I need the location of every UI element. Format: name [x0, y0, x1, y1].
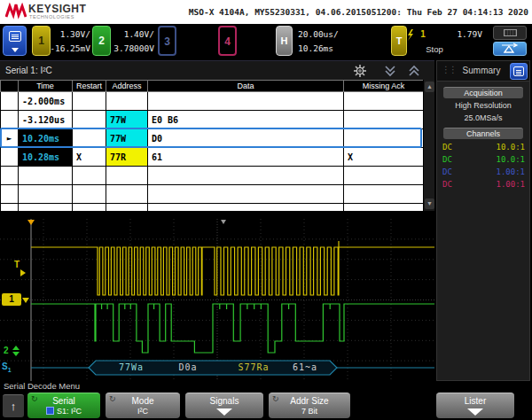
- mode-softkey[interactable]: ↻ Mode I²C: [106, 393, 180, 418]
- restart-column-header: Restart: [73, 81, 106, 92]
- softkey-label: Lister: [436, 396, 514, 406]
- serial-softkey[interactable]: ↻ Serial S1: I²C: [27, 393, 100, 418]
- gear-icon[interactable]: [351, 64, 369, 78]
- oscilloscope-screen: KEYSIGHT TECHNOLOGIES MSO-X 4104A, MY552…: [0, 0, 532, 420]
- scroll-down-icon[interactable]: ▼: [425, 198, 434, 209]
- channel-1-summary: DC 10.0:1: [437, 143, 529, 154]
- table-row-selected[interactable]: ► 10.20ms 77W D0: [1, 129, 424, 148]
- softkey-value: S1: I²C: [57, 407, 82, 416]
- sidebar-menu-button[interactable]: [510, 63, 528, 80]
- trigger-button[interactable]: T: [391, 26, 407, 56]
- softkey-menu-title: Serial Decode Menu: [4, 381, 80, 391]
- channel-1-ground-marker[interactable]: 1: [2, 293, 21, 306]
- coupling-label: DC: [442, 143, 452, 152]
- channel-2-arrow-down-icon: [12, 352, 20, 356]
- row-marker: ►: [1, 129, 19, 148]
- cycle-icon: ↻: [31, 394, 38, 403]
- channel-2-offset: 3.78000V: [108, 42, 154, 56]
- addr-size-softkey[interactable]: ↻ Addr Size 7 Bit: [269, 393, 350, 418]
- summary-tab[interactable]: ⋮⋮ Summary ⋮⋮: [437, 61, 529, 82]
- data-cell: D0: [148, 129, 344, 148]
- scroll-up-icon[interactable]: ▲: [425, 82, 434, 92]
- missing-ack-cell: [344, 111, 424, 129]
- lister-scrollbar[interactable]: ▲ ▼: [423, 80, 434, 211]
- time-reference-marker-icon: [27, 220, 35, 225]
- brand-name: KEYSIGHT: [28, 3, 86, 15]
- cursors-button[interactable]: [493, 42, 527, 56]
- main-menu-button[interactable]: [3, 26, 27, 56]
- serial-bus-marker: S1: [2, 362, 12, 373]
- keysight-logo-icon: [5, 3, 27, 20]
- table-row[interactable]: 10.28ms X 77R 61 X: [1, 148, 424, 167]
- instrument-title: MSO-X 4104A, MY55230331, 04.06.201505120…: [177, 7, 528, 17]
- restart-cell: [73, 111, 106, 129]
- trigger-source: 1: [420, 29, 426, 39]
- probe-ratio: 10.0:1: [496, 155, 525, 164]
- time-cell: 10.20ms: [19, 129, 73, 148]
- channel-1-readout: 1.30V/ -16.25mV: [46, 27, 90, 56]
- submenu-arrow-icon: [216, 408, 232, 416]
- table-row[interactable]: [1, 167, 424, 185]
- trigger-edge-icon: [406, 29, 414, 41]
- row-marker: [1, 148, 19, 167]
- trigger-level: 1.79V: [440, 29, 482, 39]
- channel-2-ground-marker[interactable]: 2: [4, 346, 9, 355]
- address-cell: 77W: [106, 129, 148, 148]
- summary-sidebar: ⋮⋮ Summary ⋮⋮ Acquisition High Resolutio…: [436, 60, 530, 381]
- touch-zone-button[interactable]: [493, 26, 527, 40]
- probe-ratio: 1.00:1: [496, 180, 525, 189]
- channel-4-summary: DC 1.00:1: [437, 180, 529, 191]
- collapse-panel-icon[interactable]: [381, 64, 399, 78]
- serial-panel-title: Serial 1: I²C: [5, 66, 52, 75]
- softkey-label: Serial: [27, 396, 100, 406]
- hamburger-icon: [9, 31, 21, 42]
- channel-2-arrow-up-icon: [12, 346, 20, 350]
- table-row[interactable]: -3.120us 77W E0 B6: [1, 111, 424, 129]
- address-cell: 77R: [106, 148, 148, 167]
- data-cell: 61: [148, 148, 344, 167]
- time-cell: 10.28ms: [19, 148, 73, 167]
- coupling-label: DC: [442, 180, 452, 189]
- top-header: KEYSIGHT TECHNOLOGIES MSO-X 4104A, MY552…: [0, 0, 532, 24]
- table-row[interactable]: [1, 185, 424, 204]
- time-cell: -3.120us: [19, 111, 73, 129]
- missing-ack-cell: [344, 129, 424, 148]
- hamburger-icon: [513, 66, 524, 76]
- channel-4-button[interactable]: 4: [218, 26, 237, 56]
- row-marker: [1, 111, 19, 129]
- coupling-label: DC: [442, 155, 452, 164]
- channel-1-scale: 1.30V/: [46, 27, 90, 42]
- coupling-label: DC: [442, 167, 452, 176]
- signals-softkey[interactable]: Signals: [185, 393, 263, 418]
- brand-subtitle: TECHNOLOGIES: [29, 14, 74, 19]
- channel-3-button[interactable]: 3: [158, 26, 176, 56]
- missing-ack-column-header: Missing Ack: [344, 81, 424, 92]
- horizontal-button[interactable]: H: [276, 26, 293, 56]
- lister-softkey[interactable]: Lister: [436, 393, 514, 418]
- table-row[interactable]: -2.000ms: [1, 92, 424, 111]
- data-cell: E0 B6: [148, 111, 344, 129]
- softkey-label: Mode: [106, 396, 180, 406]
- table-row[interactable]: [1, 204, 424, 212]
- checkbox-icon: [46, 407, 54, 415]
- sda-trace: [31, 304, 434, 353]
- submenu-arrow-icon: [467, 408, 483, 416]
- timebase-delay: 10.26ms: [298, 42, 351, 56]
- data-column-header: Data: [148, 81, 344, 92]
- address-column-header: Address: [106, 81, 148, 92]
- restart-cell: [73, 92, 106, 111]
- acquisition-section-button[interactable]: Acquisition: [443, 87, 523, 98]
- probe-ratio: 10.0:1: [496, 143, 525, 152]
- serial-panel-header: Serial 1: I²C: [0, 60, 434, 80]
- acquisition-mode: High Resolution: [437, 101, 529, 110]
- probe-ratio: 1.00:1: [496, 167, 525, 176]
- sample-rate: 25.0MSa/s: [437, 113, 529, 122]
- channels-section-button[interactable]: Channels: [443, 128, 523, 139]
- time-cell: -2.000ms: [19, 92, 73, 111]
- trigger-level-marker[interactable]: T: [14, 260, 20, 269]
- expand-panel-icon[interactable]: [405, 64, 423, 78]
- screen-grid-icon: [504, 29, 517, 36]
- data-cell: [148, 92, 344, 111]
- trigger-level-label: T: [14, 260, 20, 269]
- back-button[interactable]: ↑: [3, 394, 24, 417]
